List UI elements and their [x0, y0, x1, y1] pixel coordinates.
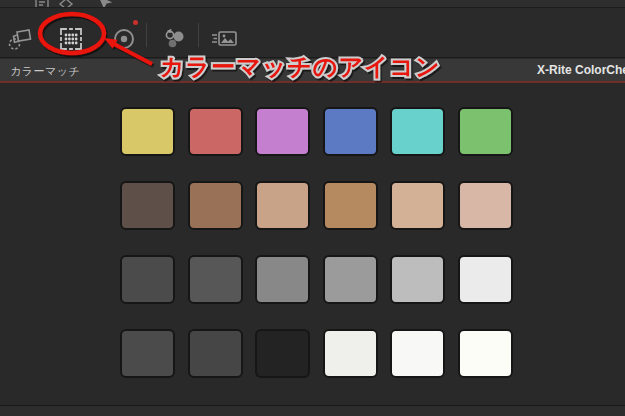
color-swatch: [323, 255, 378, 304]
color-match-button[interactable]: [54, 23, 88, 55]
cursor-icon: [100, 0, 110, 7]
color-swatch-grid: [120, 107, 513, 378]
color-swatch: [458, 107, 513, 156]
diamond-icon: [60, 0, 72, 8]
color-swatch: [188, 181, 243, 230]
color-swatch: [323, 181, 378, 230]
window-top-strip: [0, 0, 625, 8]
tracker-target-button[interactable]: [107, 23, 141, 55]
3d-camera-tracker-button[interactable]: [4, 23, 38, 55]
panel-header: カラーマッチ X-Rite ColorChec: [0, 59, 625, 83]
color-swatch: [390, 255, 445, 304]
stills-gallery-button[interactable]: [208, 23, 242, 55]
color-swatch: [458, 255, 513, 304]
3d-camera-tracker-icon: [7, 26, 35, 52]
color-swatch: [458, 329, 513, 378]
color-swatch: [188, 255, 243, 304]
tracker-notification-dot: [133, 20, 138, 25]
color-swatch: [390, 329, 445, 378]
stills-gallery-icon: [210, 27, 240, 51]
color-swatch: [188, 329, 243, 378]
clipboard-icon: [36, 0, 48, 8]
color-swatch: [188, 107, 243, 156]
color-swatch: [120, 329, 175, 378]
panel-title: カラーマッチ: [10, 64, 80, 79]
color-swatch: [120, 107, 175, 156]
color-swatch: [323, 107, 378, 156]
color-swatch: [255, 329, 310, 378]
color-swatch: [120, 255, 175, 304]
color-swatch: [255, 181, 310, 230]
window-bottom-strip: [0, 405, 625, 416]
toolbar-divider: [146, 23, 147, 47]
color-wheels-icon: [161, 26, 189, 52]
colorchecker-type-value[interactable]: X-Rite ColorChec: [537, 63, 625, 77]
clipped-titlebar-icons: [30, 0, 170, 8]
color-swatch: [390, 107, 445, 156]
palette-toolbar: [0, 9, 625, 58]
color-swatch: [120, 181, 175, 230]
color-wheels-button[interactable]: [158, 23, 192, 55]
color-swatch: [390, 181, 445, 230]
color-swatch: [323, 329, 378, 378]
tracker-target-icon: [111, 26, 137, 52]
color-swatch: [255, 107, 310, 156]
color-match-panel: { "app": { "panel_title": "カラーマッチ", "rig…: [0, 0, 625, 416]
color-match-icon: [58, 26, 84, 52]
color-swatch: [458, 181, 513, 230]
toolbar-divider: [198, 23, 199, 47]
color-swatch: [255, 255, 310, 304]
